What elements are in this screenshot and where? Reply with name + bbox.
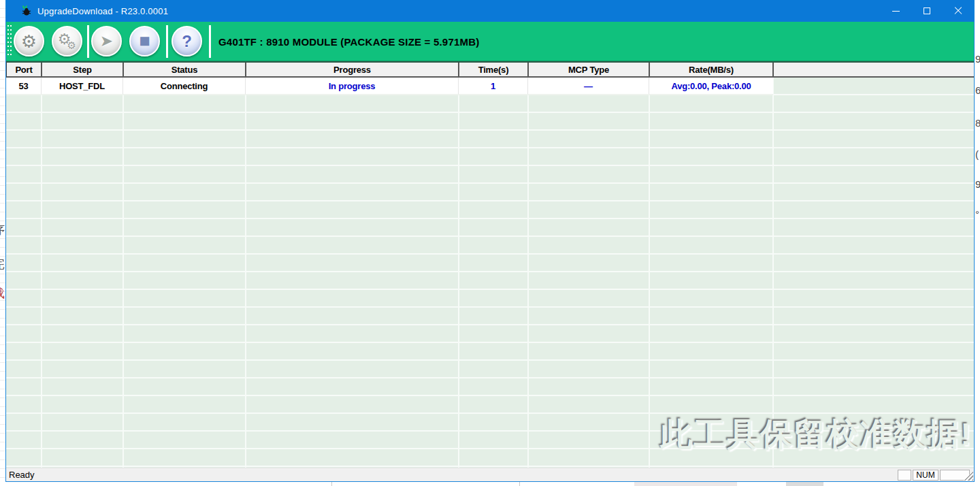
grid-line [41, 78, 42, 468]
screen: 丿 序 完 载 9 6 8 ( 9 ° [0, 0, 980, 486]
status-bar: Ready NUM [6, 468, 974, 481]
status-message: Ready [9, 470, 35, 480]
close-icon [954, 7, 962, 15]
background-window-bottom-edge [0, 482, 980, 486]
toolbar-separator [166, 25, 168, 58]
settings-button[interactable]: ⚙ [14, 26, 44, 56]
background-text-fragment: 9 [975, 53, 980, 65]
background-divider [331, 482, 332, 486]
watermark-text: 此工具保留校准数据! [660, 413, 973, 456]
maximize-icon [924, 7, 930, 14]
cell-rate: Avg:0.00, Peak:0.00 [649, 78, 773, 94]
table-header: Port Step Status Progress Time(s) MCP Ty… [6, 61, 974, 78]
gears-icon: ⚙ [67, 40, 76, 50]
background-text-fragment: 9 [975, 178, 980, 190]
window-controls [880, 0, 974, 22]
toolbar-separator [209, 25, 211, 58]
toolbar-separator [87, 25, 89, 58]
toolbar-grip[interactable] [7, 25, 9, 58]
background-text-fragment: 8 [975, 117, 980, 129]
help-button[interactable]: ? [172, 26, 202, 56]
column-header-rate[interactable]: Rate(MB/s) [650, 63, 774, 76]
background-block [786, 482, 823, 486]
background-text-fragment: 6 [975, 84, 980, 96]
play-icon: ➤ [100, 33, 113, 49]
grid-line [245, 78, 246, 468]
start-download-button[interactable]: ➤ [91, 26, 122, 56]
grid-line [458, 78, 459, 468]
column-header-empty [774, 63, 974, 76]
minimize-icon [892, 11, 900, 12]
minimize-button[interactable] [880, 0, 911, 22]
table-row[interactable]: 53 HOST_FDL Connecting In progress 1 — A… [6, 78, 773, 95]
cell-progress: In progress [246, 78, 459, 94]
background-text-fragment: ( [975, 148, 980, 160]
window-title: UpgradeDownload - R23.0.0001 [37, 6, 168, 16]
background-block [634, 482, 737, 486]
table-body: 53 HOST_FDL Connecting In progress 1 — A… [6, 78, 974, 468]
cell-status: Connecting [123, 78, 246, 94]
grid-line [122, 78, 124, 468]
column-header-status[interactable]: Status [124, 63, 246, 76]
background-window-left-edge: 丿 序 完 载 [0, 0, 5, 486]
help-icon: ? [182, 33, 192, 50]
title-bar[interactable]: UpgradeDownload - R23.0.0001 [6, 0, 974, 22]
grid-line [527, 78, 529, 468]
app-icon [21, 5, 32, 16]
background-text-fragment: 丿 [0, 187, 5, 203]
background-text-fragment: 序 [0, 222, 5, 238]
toolbar: ⚙ ⚙ ⚙ ➤ ■ ? G401TF : 8910 MODULE (PACKAG… [6, 22, 974, 61]
gear-icon: ⚙ [21, 33, 37, 50]
column-header-time[interactable]: Time(s) [459, 63, 529, 76]
background-divider [519, 482, 520, 486]
maximize-button[interactable] [911, 0, 943, 22]
cell-time: 1 [459, 78, 528, 94]
background-window-right-edge: 9 6 8 ( 9 ° [975, 0, 980, 486]
background-text-fragment: ° [975, 208, 980, 220]
num-lock-indicator: NUM [913, 470, 938, 481]
grid-line [772, 78, 774, 468]
background-text-fragment: 完 [0, 256, 5, 272]
package-info-label: G401TF : 8910 MODULE (PACKAGE SIZE = 5.9… [218, 22, 479, 61]
background-text-fragment: 载 [0, 285, 5, 302]
grid-line [649, 78, 650, 468]
cell-port: 53 [6, 78, 42, 94]
column-header-step[interactable]: Step [42, 63, 124, 76]
upgradedownload-window: UpgradeDownload - R23.0.0001 ⚙ ⚙ ⚙ ➤ [5, 0, 975, 482]
column-header-mcp-type[interactable]: MCP Type [529, 63, 650, 76]
column-header-progress[interactable]: Progress [246, 63, 459, 76]
close-button[interactable] [943, 0, 974, 22]
cell-mcp-type: — [528, 78, 649, 94]
column-header-port[interactable]: Port [7, 63, 42, 76]
multi-settings-button[interactable]: ⚙ ⚙ [52, 26, 82, 56]
cell-step: HOST_FDL [42, 78, 123, 94]
status-indicator-box [898, 470, 911, 481]
stop-icon: ■ [139, 32, 150, 50]
toolbar-grip[interactable] [10, 25, 12, 58]
stop-download-button[interactable]: ■ [129, 26, 160, 56]
